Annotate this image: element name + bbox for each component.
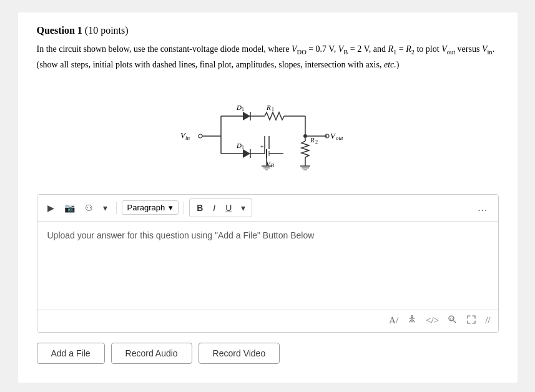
record-audio-button[interactable]: Record Audio bbox=[111, 343, 192, 364]
more-icon: ... bbox=[478, 202, 488, 213]
link-button[interactable]: ⚇ bbox=[81, 200, 97, 215]
find-replace-icon[interactable]: Q bbox=[448, 315, 458, 327]
circuit-diagram: V in D 1 R 1 bbox=[37, 82, 499, 182]
italic-label: I bbox=[213, 203, 215, 213]
camera-button[interactable]: 📷 bbox=[61, 200, 79, 215]
question-points: (10 points) bbox=[85, 25, 129, 36]
editor-body[interactable]: Upload your answer for this question usi… bbox=[37, 222, 498, 309]
code-icon[interactable]: </> bbox=[426, 315, 439, 326]
paragraph-chevron-icon: ▾ bbox=[169, 203, 173, 212]
editor-placeholder: Upload your answer for this question usi… bbox=[47, 230, 315, 240]
toolbar-divider-2 bbox=[184, 202, 184, 214]
svg-text:1: 1 bbox=[242, 107, 244, 112]
camera-icon: 📷 bbox=[64, 203, 75, 213]
action-buttons: Add a File Record Audio Record Video bbox=[37, 343, 499, 364]
question-header: Question 1 (10 points) bbox=[37, 25, 499, 36]
question-body: In the circuit shown below, use the cons… bbox=[37, 42, 499, 72]
question-number: Question 1 bbox=[37, 25, 82, 36]
svg-point-2 bbox=[199, 134, 202, 138]
editor-toolbar: ▶ 📷 ⚇ ▾ Paragraph ▾ B I bbox=[37, 195, 498, 222]
chevron-down-icon: ▾ bbox=[103, 203, 107, 213]
svg-text:Q: Q bbox=[450, 317, 453, 321]
spellcheck-icon[interactable]: A/ bbox=[389, 315, 398, 326]
add-file-button[interactable]: Add a File bbox=[37, 343, 105, 364]
record-video-button[interactable]: Record Video bbox=[199, 343, 280, 364]
toolbar-divider-1 bbox=[116, 202, 117, 214]
accessibility-icon[interactable] bbox=[407, 315, 417, 327]
paragraph-select[interactable]: Paragraph ▾ bbox=[122, 200, 179, 215]
svg-line-48 bbox=[454, 320, 456, 323]
svg-text:in: in bbox=[185, 135, 190, 141]
play-icon: ▶ bbox=[47, 203, 54, 213]
format-chevron-icon: ▾ bbox=[241, 203, 245, 213]
edit-icon[interactable]: // bbox=[485, 315, 490, 326]
svg-text:1: 1 bbox=[242, 145, 244, 150]
bold-label: B bbox=[197, 203, 203, 213]
svg-text:D: D bbox=[236, 142, 242, 149]
format-dropdown[interactable]: ▾ bbox=[237, 200, 249, 215]
fullscreen-icon[interactable] bbox=[466, 315, 476, 327]
link-icon: ⚇ bbox=[85, 203, 93, 213]
svg-text:R: R bbox=[310, 136, 315, 144]
underline-label: U bbox=[225, 203, 232, 213]
bold-button[interactable]: B bbox=[192, 200, 207, 215]
svg-text:2: 2 bbox=[315, 139, 318, 145]
italic-button[interactable]: I bbox=[209, 200, 220, 215]
svg-point-46 bbox=[411, 315, 413, 317]
svg-text:R: R bbox=[266, 104, 271, 111]
circuit-svg: V in D 1 R 1 bbox=[174, 82, 361, 182]
svg-marker-17 bbox=[243, 149, 250, 158]
play-button[interactable]: ▶ bbox=[44, 200, 58, 215]
toolbar-more-dropdown[interactable]: ▾ bbox=[99, 200, 111, 215]
svg-marker-6 bbox=[243, 112, 250, 120]
svg-text:+: + bbox=[260, 143, 264, 150]
more-options-button[interactable]: ... bbox=[474, 200, 491, 216]
svg-text:D: D bbox=[236, 104, 242, 111]
format-group: B I U ▾ bbox=[189, 198, 252, 217]
svg-text:out: out bbox=[336, 135, 343, 141]
editor-container: ▶ 📷 ⚇ ▾ Paragraph ▾ B I bbox=[37, 194, 499, 333]
page-container: Question 1 (10 points) In the circuit sh… bbox=[18, 12, 518, 383]
underline-button[interactable]: U bbox=[221, 200, 236, 215]
editor-footer: A/ </> Q // bbox=[37, 309, 498, 332]
paragraph-label: Paragraph bbox=[127, 203, 165, 212]
